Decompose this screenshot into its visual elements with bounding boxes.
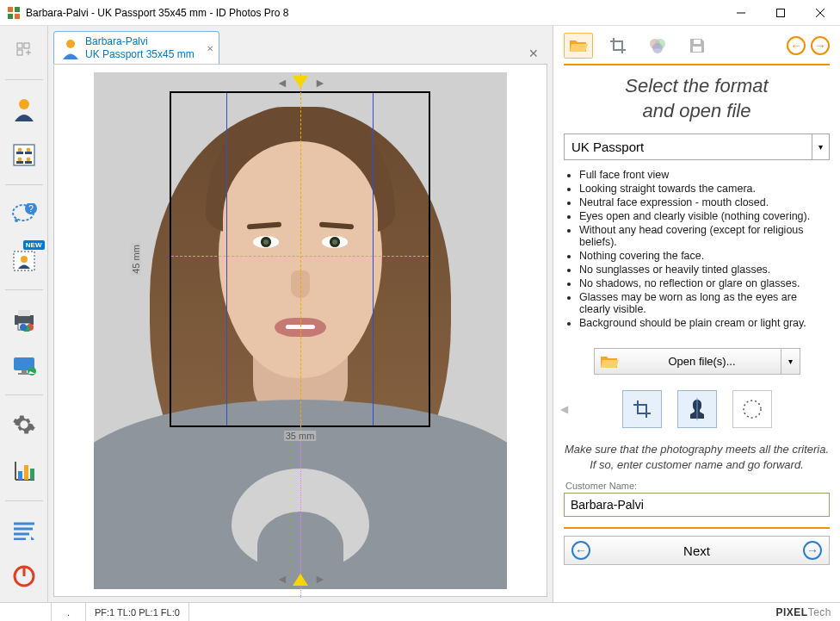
next-step-icon[interactable]: →: [803, 541, 822, 560]
requirement-item: Background should be plain cream or ligh…: [579, 317, 830, 329]
stats-button[interactable]: [7, 454, 41, 488]
svg-rect-39: [18, 471, 22, 480]
portrait-image: [94, 72, 507, 589]
open-file-label: Open file(s)...: [624, 349, 781, 374]
requirement-item: Full face front view: [579, 169, 830, 181]
close-all-tabs-button[interactable]: ✕: [522, 43, 546, 64]
next-button[interactable]: ← Next →: [564, 536, 830, 565]
list-button[interactable]: [7, 513, 41, 548]
new-badge: NEW: [23, 240, 45, 250]
svg-text:?: ?: [28, 204, 34, 214]
open-file-dropdown[interactable]: ▾: [781, 349, 800, 374]
save-icon: [689, 37, 706, 54]
svg-rect-53: [694, 40, 701, 44]
maximize-button[interactable]: [761, 0, 800, 26]
panel-heading: Select the format and open file: [564, 74, 830, 123]
nav-prev-button[interactable]: ←: [787, 36, 806, 55]
svg-rect-8: [17, 43, 22, 48]
separator: [5, 394, 43, 395]
batch-button[interactable]: [7, 138, 41, 172]
minimize-button[interactable]: [721, 0, 761, 26]
svg-point-48: [66, 40, 75, 48]
monitor-button[interactable]: [7, 349, 41, 383]
crop-icon: [633, 400, 652, 419]
svg-point-16: [26, 158, 30, 162]
svg-point-32: [20, 324, 27, 331]
format-value: UK Passport: [564, 134, 812, 160]
separator: [5, 500, 43, 501]
crop-mode-manual[interactable]: [622, 390, 662, 428]
requirements-list: Full face front viewLooking straight tow…: [564, 169, 830, 331]
app-body: ? NEW: [0, 26, 840, 602]
crop-icon: [609, 37, 627, 54]
help-button[interactable]: ?: [7, 197, 41, 232]
svg-point-55: [744, 401, 761, 418]
document-tab[interactable]: Barbara-Palvi UK Passport 35x45 mm ✕: [53, 31, 219, 64]
power-button[interactable]: [7, 559, 41, 593]
step-toolbar: ← →: [564, 33, 830, 65]
brand-label: PIXELTech: [775, 606, 840, 618]
tab-name: Barbara-Palvi: [85, 35, 195, 47]
svg-point-13: [17, 148, 22, 152]
open-file-button[interactable]: Open file(s)... ▾: [594, 348, 800, 375]
svg-point-26: [21, 256, 28, 263]
customer-name-input[interactable]: [564, 493, 830, 517]
print-button[interactable]: [7, 302, 41, 337]
requirement-item: No sunglasses or heavily tinted glasses.: [579, 264, 830, 276]
format-dropdown-button[interactable]: ▾: [812, 134, 830, 160]
customer-name-label: Customer Name:: [565, 481, 830, 491]
requirement-item: Looking straight towards the camera.: [579, 183, 830, 195]
format-select[interactable]: UK Passport ▾: [564, 134, 830, 160]
nav-next-button[interactable]: →: [811, 36, 830, 55]
requirement-item: Without any head covering (except for re…: [579, 224, 830, 248]
photo-workspace: 45 mm 35 mm ◄ ► ◄ ►: [53, 64, 547, 597]
center-panel: Barbara-Palvi UK Passport 35x45 mm ✕ ✕: [48, 26, 553, 602]
requirement-item: Neutral face expression - mouth closed.: [579, 196, 830, 208]
crop-mode-face[interactable]: [677, 390, 717, 428]
svg-point-51: [652, 43, 663, 53]
svg-point-11: [19, 99, 29, 109]
step-adjust-button[interactable]: [643, 33, 672, 59]
bottom-crop-handle[interactable]: [293, 574, 308, 586]
top-crop-handle[interactable]: [293, 76, 308, 88]
prev-step-icon[interactable]: ←: [571, 541, 590, 560]
divider: [564, 527, 830, 529]
crop-mode-row: ◀: [564, 390, 830, 428]
step-open-button[interactable]: [564, 33, 593, 59]
separator: [5, 289, 43, 290]
silhouette-icon: [688, 398, 707, 420]
step-save-button[interactable]: [682, 33, 712, 59]
tab-close-icon[interactable]: ✕: [207, 43, 213, 53]
requirement-item: Eyes open and clearly visible (nothing c…: [579, 210, 830, 222]
document-tabbar: Barbara-Palvi UK Passport 35x45 mm ✕ ✕: [48, 26, 553, 64]
svg-rect-40: [24, 465, 28, 480]
folder-open-icon: [595, 349, 624, 374]
photo-canvas[interactable]: 45 mm 35 mm ◄ ► ◄ ►: [94, 72, 507, 589]
svg-rect-19: [16, 161, 23, 164]
settings-button[interactable]: [7, 407, 41, 442]
svg-rect-17: [16, 152, 23, 154]
svg-rect-1: [15, 7, 20, 12]
right-panel: ← → Select the format and open file UK P…: [553, 26, 840, 602]
status-cell-dot: .: [52, 603, 86, 621]
svg-rect-34: [22, 370, 27, 373]
svg-rect-41: [30, 469, 34, 480]
arrow-left-icon: ◄: [276, 76, 288, 90]
requirement-item: Nothing covering the face.: [579, 250, 830, 262]
close-button[interactable]: [800, 0, 840, 26]
svg-rect-9: [24, 43, 29, 48]
person-button[interactable]: [7, 92, 41, 127]
step-crop-button[interactable]: [603, 33, 633, 59]
app-icon: [7, 6, 21, 20]
window-controls: [721, 0, 840, 26]
separator: [5, 79, 43, 80]
collapse-arrow-icon[interactable]: ◀: [560, 403, 568, 415]
crop-mode-outline[interactable]: [732, 390, 772, 428]
svg-point-36: [28, 367, 36, 376]
svg-point-15: [17, 158, 22, 162]
requirement-item: Glasses may be worn as long as the eyes …: [579, 291, 830, 315]
svg-rect-52: [693, 47, 701, 52]
photo-new-button[interactable]: NEW: [7, 244, 41, 278]
grid-menu-button[interactable]: [7, 33, 41, 67]
separator: [5, 184, 43, 185]
